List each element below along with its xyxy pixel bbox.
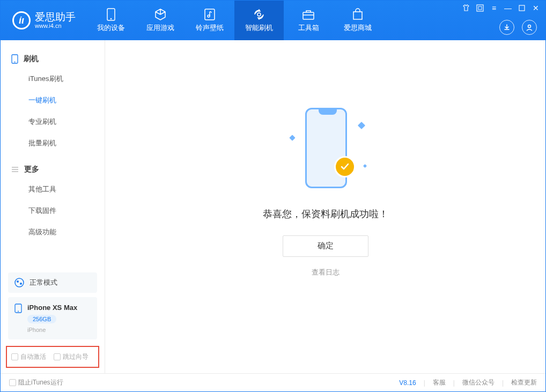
checkbox-skip-guide[interactable]: 跳过向导 <box>54 352 88 361</box>
device-icon <box>107 8 115 21</box>
svg-point-3 <box>208 15 210 17</box>
phone-success-illustration <box>283 105 368 196</box>
download-button[interactable] <box>499 20 514 35</box>
scan-icon[interactable] <box>476 4 484 12</box>
nav-label: 铃声壁纸 <box>196 23 224 33</box>
header-right-buttons <box>499 20 537 35</box>
refresh-icon <box>253 8 265 21</box>
device-card[interactable]: iPhone XS Max 256GB iPhone <box>8 297 97 339</box>
svg-rect-8 <box>519 5 525 11</box>
sparkle-icon <box>289 135 295 140</box>
logo-icon: ίι <box>12 11 31 29</box>
nav-toolbox[interactable]: 工具箱 <box>284 1 333 40</box>
svg-rect-6 <box>477 5 483 11</box>
checkbox-auto-activate[interactable]: 自动激活 <box>11 352 46 361</box>
sidebar-item-other-tools[interactable]: 其他工具 <box>1 179 105 200</box>
confirm-button[interactable]: 确定 <box>283 235 368 257</box>
device-storage-badge: 256GB <box>27 315 56 323</box>
device-icon <box>14 304 23 312</box>
maximize-icon[interactable] <box>518 4 526 12</box>
flash-options-highlighted: 自动激活 跳过向导 <box>6 346 99 368</box>
sidebar-top: 刷机 iTunes刷机 一键刷机 专业刷机 批量刷机 更多 其他工具 下载固件 … <box>1 40 105 269</box>
footer-link-wechat[interactable]: 微信公众号 <box>462 378 495 387</box>
footer-right: V8.16 | 客服 | 微信公众号 | 检查更新 <box>399 378 537 387</box>
mode-icon <box>14 278 24 287</box>
device-name: iPhone XS Max <box>27 304 91 312</box>
nav-label: 工具箱 <box>298 23 319 33</box>
mode-card[interactable]: 正常模式 <box>8 272 97 293</box>
svg-point-9 <box>528 25 531 28</box>
sidebar-item-oneclick-flash[interactable]: 一键刷机 <box>1 90 105 111</box>
svg-point-16 <box>18 311 19 312</box>
svg-rect-5 <box>303 12 314 19</box>
nav-store[interactable]: 爱思商城 <box>333 1 382 40</box>
close-icon[interactable]: ✕ <box>532 4 540 12</box>
shirt-icon[interactable] <box>462 4 470 12</box>
flash-result: 恭喜您，保资料刷机成功啦！ 确定 查看日志 <box>263 105 388 277</box>
music-icon <box>204 8 216 21</box>
svg-rect-7 <box>478 6 482 10</box>
phone-icon <box>11 54 18 64</box>
check-badge-icon <box>334 156 356 177</box>
footer-left: 阻止iTunes运行 <box>9 378 63 387</box>
svg-point-11 <box>14 62 16 63</box>
body: 刷机 iTunes刷机 一键刷机 专业刷机 批量刷机 更多 其他工具 下载固件 … <box>1 40 545 373</box>
nav-smart-flash[interactable]: 智能刷机 <box>234 1 284 40</box>
logo-text: 爱思助手 www.i4.cn <box>35 12 76 29</box>
svg-point-14 <box>20 283 22 285</box>
sidebar-item-download-firmware[interactable]: 下载固件 <box>1 200 105 221</box>
user-button[interactable] <box>522 20 537 35</box>
view-log-link[interactable]: 查看日志 <box>312 268 340 277</box>
version-label: V8.16 <box>399 379 416 387</box>
mode-label: 正常模式 <box>29 278 57 287</box>
svg-point-1 <box>110 18 112 20</box>
nav-label: 我的设备 <box>97 23 125 33</box>
bag-icon <box>352 8 364 21</box>
app-name-cn: 爱思助手 <box>35 12 76 23</box>
success-title: 恭喜您，保资料刷机成功啦！ <box>263 208 388 220</box>
toolbox-icon <box>302 8 315 21</box>
footer-link-support[interactable]: 客服 <box>433 378 446 387</box>
main-content: 恭喜您，保资料刷机成功啦！ 确定 查看日志 <box>105 40 545 373</box>
nav-label: 爱思商城 <box>344 23 372 33</box>
sidebar-bottom: 正常模式 iPhone XS Max 256GB iPhone 自动激活 跳过向… <box>1 269 105 373</box>
nav-label: 智能刷机 <box>245 23 273 33</box>
header: ίι 爱思助手 www.i4.cn 我的设备 应用游戏 铃声壁纸 智能刷机 <box>1 1 545 40</box>
sidebar-group-flash: 刷机 <box>1 50 105 68</box>
list-icon <box>11 166 19 173</box>
main-nav: 我的设备 应用游戏 铃声壁纸 智能刷机 工具箱 爱思商城 <box>86 1 382 40</box>
svg-point-13 <box>17 280 19 283</box>
sidebar-item-advanced[interactable]: 高级功能 <box>1 221 105 243</box>
app-logo: ίι 爱思助手 www.i4.cn <box>1 1 86 40</box>
sparkle-icon <box>363 164 366 167</box>
nav-my-device[interactable]: 我的设备 <box>86 1 136 40</box>
menu-icon[interactable]: ≡ <box>490 4 498 12</box>
group-title: 更多 <box>24 165 39 174</box>
checkbox-stop-itunes[interactable]: 阻止iTunes运行 <box>9 378 63 387</box>
sidebar-item-batch-flash[interactable]: 批量刷机 <box>1 132 105 154</box>
sidebar-item-pro-flash[interactable]: 专业刷机 <box>1 111 105 132</box>
nav-label: 应用游戏 <box>146 23 174 33</box>
sidebar-item-itunes-flash[interactable]: iTunes刷机 <box>1 68 105 90</box>
footer: 阻止iTunes运行 V8.16 | 客服 | 微信公众号 | 检查更新 <box>1 373 545 391</box>
device-type: iPhone <box>27 327 91 333</box>
nav-apps-games[interactable]: 应用游戏 <box>136 1 185 40</box>
group-title: 刷机 <box>24 54 39 64</box>
sidebar: 刷机 iTunes刷机 一键刷机 专业刷机 批量刷机 更多 其他工具 下载固件 … <box>1 40 105 373</box>
window-controls: ≡ — ✕ <box>462 4 540 12</box>
cube-icon <box>154 8 167 21</box>
app-window: ίι 爱思助手 www.i4.cn 我的设备 应用游戏 铃声壁纸 智能刷机 <box>0 0 546 392</box>
app-name-en: www.i4.cn <box>35 23 76 29</box>
minimize-icon[interactable]: — <box>504 4 512 12</box>
svg-point-4 <box>257 13 261 16</box>
sparkle-icon <box>357 121 365 129</box>
footer-link-update[interactable]: 检查更新 <box>511 378 537 387</box>
svg-point-12 <box>15 278 24 287</box>
sidebar-group-more: 更多 <box>1 160 105 179</box>
nav-ringtone-wallpaper[interactable]: 铃声壁纸 <box>185 1 234 40</box>
